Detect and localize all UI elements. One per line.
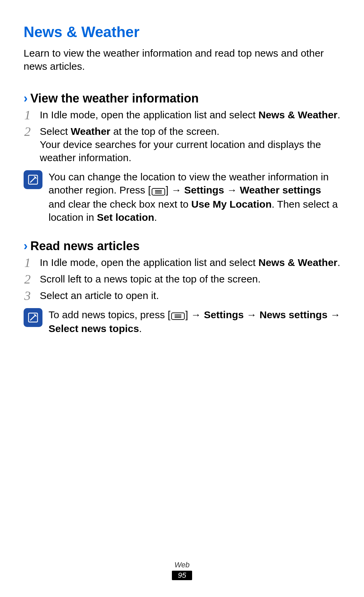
step-number: 1 xyxy=(24,256,35,269)
note-text: You can change the location to view the … xyxy=(49,170,340,224)
page-title: News & Weather xyxy=(24,24,340,40)
section-2-step-2: 2 Scroll left to a news topic at the top… xyxy=(24,272,340,286)
text-span: In Idle mode, open the application list … xyxy=(40,257,259,268)
section-2-step-1: 1 In Idle mode, open the application lis… xyxy=(24,256,340,269)
step-text: Select Weather at the top of the screen.… xyxy=(40,125,340,164)
note-box-2: To add news topics, press [] → Settings … xyxy=(24,308,340,335)
section-1-step-2: 2 Select Weather at the top of the scree… xyxy=(24,125,340,164)
bold-text: Select news topics xyxy=(49,323,139,334)
text-span: → xyxy=(328,309,340,320)
text-span: ] → xyxy=(166,184,184,196)
page-footer: Web 95 xyxy=(0,561,364,580)
step-text: Scroll left to a news topic at the top o… xyxy=(40,272,340,286)
step-text: In Idle mode, open the application list … xyxy=(40,256,340,269)
section-2-title: Read news articles xyxy=(30,239,140,253)
chevron-icon: › xyxy=(24,91,28,106)
text-span: at the top of the screen. xyxy=(111,126,220,137)
text-span: . xyxy=(154,212,157,223)
text-span: and clear the check box next to xyxy=(49,199,191,210)
footer-section-name: Web xyxy=(0,561,364,569)
text-span: Your device searches for your current lo… xyxy=(40,139,321,163)
page-number: 95 xyxy=(172,571,192,580)
step-number: 2 xyxy=(24,272,35,286)
note-box-1: You can change the location to view the … xyxy=(24,170,340,224)
section-1-title: View the weather information xyxy=(30,91,199,106)
text-span: → xyxy=(244,309,260,320)
bold-text: News & Weather xyxy=(259,109,338,120)
bold-text: Weather settings xyxy=(240,184,321,196)
chevron-icon: › xyxy=(24,239,28,253)
note-icon xyxy=(24,170,42,189)
bold-text: Weather xyxy=(71,126,111,137)
step-number: 1 xyxy=(24,108,35,121)
bold-text: News settings xyxy=(260,309,328,320)
menu-key-icon xyxy=(171,309,185,322)
section-2-step-3: 3 Select an article to open it. xyxy=(24,289,340,302)
menu-key-icon xyxy=(152,184,165,198)
bold-text: News & Weather xyxy=(259,257,338,268)
intro-paragraph: Learn to view the weather information an… xyxy=(24,47,340,73)
bold-text: Set location xyxy=(97,212,154,223)
bold-text: Settings xyxy=(204,309,244,320)
bold-text: Use My Location xyxy=(191,199,272,210)
text-span: To add news topics, press [ xyxy=(49,309,171,320)
section-1-step-1: 1 In Idle mode, open the application lis… xyxy=(24,108,340,121)
note-text: To add news topics, press [] → Settings … xyxy=(49,308,340,335)
step-number: 3 xyxy=(24,289,35,302)
text-span: → xyxy=(224,184,240,196)
step-text: In Idle mode, open the application list … xyxy=(40,108,340,121)
note-icon xyxy=(24,308,42,327)
bold-text: Settings xyxy=(184,184,224,196)
text-span: ] → xyxy=(185,309,204,320)
step-number: 2 xyxy=(24,125,35,164)
text-span: . xyxy=(337,109,340,120)
section-1-heading: › View the weather information xyxy=(24,91,340,106)
section-2-heading: › Read news articles xyxy=(24,239,340,253)
text-span: Select xyxy=(40,126,71,137)
step-text: Select an article to open it. xyxy=(40,289,340,302)
text-span: . xyxy=(139,323,142,334)
text-span: In Idle mode, open the application list … xyxy=(40,109,259,120)
text-span: . xyxy=(337,257,340,268)
